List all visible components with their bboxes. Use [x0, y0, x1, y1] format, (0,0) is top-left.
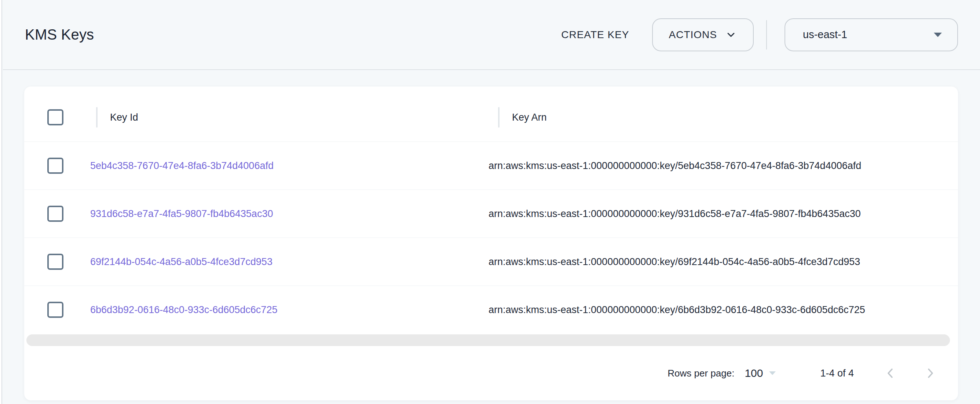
rows-per-page-value: 100 — [745, 367, 763, 379]
region-select[interactable]: us-east-1 — [784, 18, 958, 51]
actions-button-label: ACTIONS — [669, 29, 717, 41]
chevron-right-icon — [923, 366, 937, 380]
key-arn-text: arn:aws:kms:us-east-1:000000000000:key/9… — [488, 208, 958, 219]
content-left-border — [0, 0, 2, 404]
table-row: 931d6c58-e7a7-4fa5-9807-fb4b6435ac30 arn… — [24, 189, 958, 237]
column-header-key-arn[interactable]: Key Arn — [488, 106, 958, 128]
row-checkbox[interactable] — [47, 206, 64, 222]
key-arn-text: arn:aws:kms:us-east-1:000000000000:key/5… — [488, 160, 958, 172]
key-arn-text: arn:aws:kms:us-east-1:000000000000:key/6… — [488, 304, 958, 316]
column-header-key-id[interactable]: Key Id — [87, 106, 488, 128]
header-actions: CREATE KEY ACTIONS us-east-1 — [551, 18, 958, 51]
pagination-range-label: 1-4 of 4 — [820, 368, 854, 379]
row-checkbox[interactable] — [47, 157, 64, 174]
dropdown-arrow-icon — [769, 371, 776, 375]
chevron-down-icon — [725, 29, 737, 41]
table-row: 69f2144b-054c-4a56-a0b5-4fce3d7cd953 arn… — [24, 237, 958, 286]
page-header: KMS Keys CREATE KEY ACTIONS us-east-1 — [3, 0, 980, 70]
table-row: 5eb4c358-7670-47e4-8fa6-3b74d4006afd arn… — [24, 142, 958, 189]
create-key-button-label: CREATE KEY — [561, 29, 629, 41]
column-header-key-id-label: Key Id — [110, 112, 138, 123]
page-title: KMS Keys — [25, 26, 94, 43]
key-id-link[interactable]: 69f2144b-054c-4a56-a0b5-4fce3d7cd953 — [90, 256, 272, 267]
pagination-bar: Rows per page: 100 1-4 of 4 — [24, 346, 958, 400]
select-all-checkbox[interactable] — [47, 109, 64, 126]
horizontal-scrollbar[interactable] — [26, 334, 950, 346]
table-row: 6b6d3b92-0616-48c0-933c-6d605dc6c725 arn… — [24, 286, 958, 334]
column-separator — [498, 107, 500, 127]
column-header-key-arn-label: Key Arn — [512, 112, 547, 123]
key-id-link[interactable]: 931d6c58-e7a7-4fa5-9807-fb4b6435ac30 — [90, 208, 273, 219]
key-id-link[interactable]: 5eb4c358-7670-47e4-8fa6-3b74d4006afd — [90, 160, 274, 171]
next-page-button[interactable] — [917, 360, 943, 387]
region-select-value: us-east-1 — [803, 29, 933, 41]
kms-keys-table-card: Key Id Key Arn 5eb4c358-7670-47e4-8fa6-3… — [24, 86, 958, 400]
dropdown-arrow-icon — [933, 32, 943, 38]
row-checkbox[interactable] — [47, 254, 64, 270]
column-separator — [96, 107, 97, 127]
rows-per-page-select[interactable]: 100 — [745, 367, 776, 379]
key-id-link[interactable]: 6b6d3b92-0616-48c0-933c-6d605dc6c725 — [90, 304, 277, 315]
chevron-left-icon — [883, 366, 898, 380]
actions-button[interactable]: ACTIONS — [652, 18, 754, 51]
rows-per-page-label: Rows per page: — [668, 368, 734, 379]
previous-page-button[interactable] — [877, 360, 904, 387]
header-divider — [766, 20, 767, 49]
create-key-button[interactable]: CREATE KEY — [551, 19, 639, 51]
row-checkbox[interactable] — [47, 302, 64, 318]
key-arn-text: arn:aws:kms:us-east-1:000000000000:key/6… — [488, 256, 958, 268]
table-header-row: Key Id Key Arn — [24, 86, 958, 142]
